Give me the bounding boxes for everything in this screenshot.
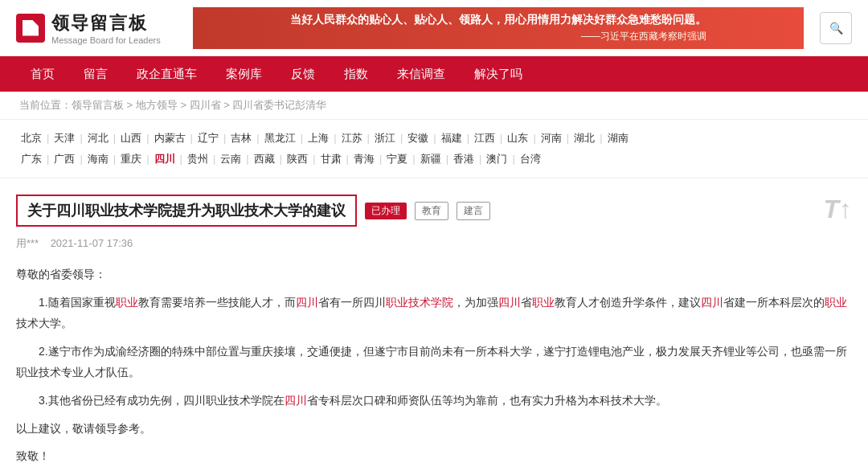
region-jiangxi[interactable]: 江西 (469, 128, 500, 149)
article-greeting: 尊敬的省委领导： (16, 264, 852, 285)
article-title-row: 关于四川职业技术学院提升为职业技术大学的建议 已办理 教育 建言 (16, 195, 852, 227)
article-para3: 3.其他省份已经有成功先例，四川职业技术学院在四川省专科层次口碑和师资队伍等均为… (16, 390, 852, 412)
t1-icon: T↑ (823, 195, 852, 224)
nav-solved[interactable]: 解决了吗 (460, 56, 537, 92)
region-chongqing[interactable]: 重庆 (116, 149, 146, 170)
logo-icon-shape (23, 20, 39, 36)
region-heilongjiang[interactable]: 黑龙江 (260, 128, 301, 149)
site-title: 领导留言板 (51, 11, 161, 35)
badge-edu: 教育 (415, 202, 448, 220)
region-hongkong[interactable]: 香港 (448, 149, 479, 170)
breadcrumb-text: 当前位置：领导留言板 > 地方领导 > 四川省 > 四川省委书记彭清华 (19, 99, 326, 111)
article-closing2: 致敬！ (16, 445, 852, 467)
nav-direct[interactable]: 政企直通车 (122, 56, 211, 92)
article-date: 2021-11-07 17:36 (51, 237, 133, 249)
banner-area: 当好人民群众的贴心人、贴心人、领路人，用心用情用力解决好群众急难愁盼问题。 ——… (193, 7, 804, 49)
region-yunnan[interactable]: 云南 (215, 149, 246, 170)
article-para1: 1.随着国家重视职业教育需要培养一些技能人才，而四川省有一所四川职业技术学院，为… (16, 292, 852, 334)
region-ningxia[interactable]: 宁夏 (382, 149, 412, 170)
article-body: 尊敬的省委领导： 1.随着国家重视职业教育需要培养一些技能人才，而四川省有一所四… (16, 264, 852, 467)
region-hunan[interactable]: 湖南 (603, 128, 633, 149)
banner-main-text: 当好人民群众的贴心人、贴心人、领路人，用心用情用力解决好群众急难愁盼问题。 (290, 12, 706, 28)
search-icon: 🔍 (829, 22, 843, 35)
header: 领导留言板 Message Board for Leaders 当好人民群众的贴… (0, 0, 868, 56)
region-qinghai[interactable]: 青海 (349, 149, 379, 170)
nav-cases[interactable]: 案例库 (211, 56, 276, 92)
breadcrumb: 当前位置：领导留言板 > 地方领导 > 四川省 > 四川省委书记彭清华 (0, 92, 868, 120)
badge-type: 建言 (457, 202, 490, 220)
article-title: 关于四川职业技术学院提升为职业技术大学的建议 (16, 195, 357, 227)
banner-image: 当好人民群众的贴心人、贴心人、领路人，用心用情用力解决好群众急难愁盼问题。 ——… (193, 7, 804, 49)
main-nav: 首页 留言 政企直通车 案例库 反馈 指数 来信调查 解决了吗 (0, 56, 868, 92)
region-guizhou[interactable]: 贵州 (182, 149, 213, 170)
region-xizang[interactable]: 西藏 (249, 149, 280, 170)
region-xinjiang[interactable]: 新疆 (416, 149, 446, 170)
article-user: 用*** (16, 237, 39, 249)
region-guangxi[interactable]: 广西 (49, 149, 80, 170)
region-gansu[interactable]: 甘肃 (316, 149, 346, 170)
region-hubei[interactable]: 湖北 (569, 128, 600, 149)
badge-handled: 已办理 (365, 203, 407, 219)
region-row-2: 广东 | 广西 | 海南 | 重庆 | 四川 | 贵州 | 云南 | 西藏 | … (16, 149, 852, 170)
region-tianjin[interactable]: 天津 (49, 128, 80, 149)
region-row-1: 北京 | 天津 | 河北 | 山西 | 内蒙古 | 辽宁 | 吉林 | 黑龙江 … (16, 128, 852, 149)
nav-feedback[interactable]: 反馈 (276, 56, 330, 92)
region-hainan[interactable]: 海南 (83, 149, 113, 170)
article-closing1: 以上建议，敬请领导参考。 (16, 418, 852, 440)
banner-sub-text: ——习近平在西藏考察时强调 (290, 30, 706, 43)
article-para2: 2.遂宁市作为成渝经济圈的特殊中部位置与重庆接壤，交通便捷，但遂宁市目前尚未有一… (16, 341, 852, 383)
region-neimenggu[interactable]: 内蒙古 (149, 128, 190, 149)
nav-message[interactable]: 留言 (69, 56, 122, 92)
region-jiangsu[interactable]: 江苏 (337, 128, 367, 149)
region-shandong[interactable]: 山东 (502, 128, 533, 149)
search-button[interactable]: 🔍 (820, 12, 852, 44)
region-taiwan[interactable]: 台湾 (515, 149, 546, 170)
region-fujian[interactable]: 福建 (436, 128, 467, 149)
region-shanghai[interactable]: 上海 (303, 128, 334, 149)
nav-index[interactable]: 指数 (330, 56, 383, 92)
region-shaanxi[interactable]: 陕西 (282, 149, 313, 170)
region-beijing[interactable]: 北京 (16, 128, 47, 149)
region-macao[interactable]: 澳门 (481, 149, 512, 170)
region-guangdong[interactable]: 广东 (16, 149, 47, 170)
nav-survey[interactable]: 来信调查 (383, 56, 460, 92)
region-liaoning[interactable]: 辽宁 (193, 128, 223, 149)
logo-icon (16, 14, 45, 43)
region-shanxi[interactable]: 山西 (116, 128, 146, 149)
region-jilin[interactable]: 吉林 (226, 128, 256, 149)
region-anhui[interactable]: 安徽 (403, 128, 433, 149)
nav-home[interactable]: 首页 (16, 56, 69, 92)
article-meta: 用*** 2021-11-07 17:36 (16, 236, 852, 251)
article-content: 关于四川职业技术学院提升为职业技术大学的建议 已办理 教育 建言 T↑ 用***… (0, 178, 868, 471)
site-subtitle: Message Board for Leaders (51, 35, 161, 45)
logo-area: 领导留言板 Message Board for Leaders (16, 11, 177, 45)
region-henan[interactable]: 河南 (536, 128, 567, 149)
region-zhejiang[interactable]: 浙江 (370, 128, 400, 149)
region-hebei[interactable]: 河北 (83, 128, 113, 149)
logo-text: 领导留言板 Message Board for Leaders (51, 11, 161, 45)
region-sichuan[interactable]: 四川 (149, 149, 180, 170)
region-nav: 北京 | 天津 | 河北 | 山西 | 内蒙古 | 辽宁 | 吉林 | 黑龙江 … (0, 120, 868, 178)
